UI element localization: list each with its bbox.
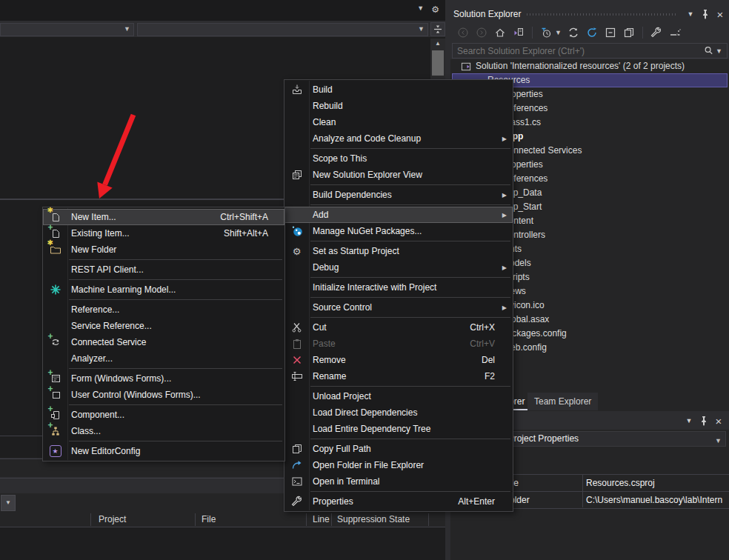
paste-icon <box>284 338 309 350</box>
sync-with-active-document-icon[interactable] <box>567 26 580 39</box>
menu-item-add[interactable]: Add▶ <box>284 207 513 223</box>
menu-item-load-direct-dependencies[interactable]: Load Direct Dependencies <box>284 404 513 421</box>
column-header-line[interactable]: Line <box>313 514 330 524</box>
add-plus-icon: + <box>48 384 53 393</box>
column-header-file[interactable]: File <box>202 514 216 524</box>
new-sparkle-icon: ✱ <box>47 239 53 247</box>
column-separator[interactable] <box>306 513 307 526</box>
search-options-chevron-icon[interactable]: ▼ <box>716 47 722 55</box>
menu-item-form-windows-forms[interactable]: + Form (Windows Forms)... <box>43 370 284 387</box>
menu-item-class[interactable]: + Class... <box>43 423 284 439</box>
add-submenu: ✱ New Item...Ctrl+Shift+A + Existing Ite… <box>42 207 285 461</box>
ml-model-icon <box>43 284 67 296</box>
column-separator[interactable] <box>90 513 91 526</box>
tab-team-explorer[interactable]: Team Explorer <box>527 393 598 410</box>
new-folder-icon: ✱ <box>43 244 67 256</box>
menu-item-source-control[interactable]: Source Control▶ <box>284 299 513 316</box>
chevron-down-icon: ▼ <box>418 25 425 33</box>
nav-project-dropdown[interactable]: ▼ <box>0 23 134 36</box>
column-separator[interactable] <box>331 513 332 526</box>
column-header-project[interactable]: Project <box>99 514 126 524</box>
close-icon[interactable]: × <box>714 8 726 20</box>
forward-icon[interactable] <box>475 26 488 39</box>
submenu-arrow-icon: ▶ <box>502 304 507 311</box>
menu-item-build-dependencies[interactable]: Build Dependencies▶ <box>284 187 513 203</box>
column-header-suppression-state[interactable]: Suppression State <box>337 514 410 524</box>
align-icon[interactable] <box>668 26 682 39</box>
menu-item-user-control-windows-forms[interactable]: + User Control (Windows Forms)... <box>43 387 284 403</box>
menu-item-rebuild[interactable]: Rebuild <box>284 98 513 114</box>
menu-item-properties[interactable]: PropertiesAlt+Enter <box>284 493 513 510</box>
pin-icon[interactable] <box>698 415 710 427</box>
nav-member-dropdown[interactable]: ▼ <box>137 23 428 36</box>
window-position-chevron-icon[interactable]: ▼ <box>683 415 695 427</box>
menu-item-scope-to-this[interactable]: Scope to This <box>284 150 513 167</box>
menu-item-set-as-startup-project[interactable]: ⚙ Set as Startup Project <box>284 243 513 259</box>
tree-item-solution[interactable]: Solution 'Internationalized resources' (… <box>450 59 729 73</box>
nuget-icon <box>284 225 309 237</box>
menu-item-debug[interactable]: Debug▶ <box>284 259 513 276</box>
menu-item-rest-api-client[interactable]: REST API Client... <box>43 261 284 278</box>
project-context-menu: Build Rebuild Clean Analyze and Code Cle… <box>284 79 513 512</box>
submenu-arrow-icon: ▶ <box>502 136 507 142</box>
menu-item-existing-item[interactable]: + Existing Item...Shift+Alt+A <box>43 225 284 241</box>
solution-explorer-toolbar: ▼ <box>456 24 682 41</box>
menu-item-machine-learning-model[interactable]: Machine Learning Model... <box>43 281 284 298</box>
menu-item-new-item[interactable]: ✱ New Item...Ctrl+Shift+A <box>43 209 284 225</box>
menu-separator <box>310 277 510 278</box>
menu-item-paste[interactable]: PasteCtrl+V <box>284 336 513 352</box>
split-editor-button[interactable] <box>430 22 445 36</box>
menu-item-clean[interactable]: Clean <box>284 114 513 130</box>
toolbar-separator <box>532 27 533 39</box>
startup-project-icon: ⚙ <box>284 246 309 257</box>
menu-item-build[interactable]: Build <box>284 81 513 98</box>
menu-item-new-editorconfig[interactable]: ★ New EditorConfig <box>43 443 284 459</box>
menu-item-analyzer[interactable]: Analyzer... <box>43 350 284 367</box>
rename-icon <box>284 370 309 382</box>
menu-item-open-in-terminal[interactable]: Open in Terminal <box>284 473 513 490</box>
window-position-chevron-icon[interactable]: ▼ <box>685 8 696 20</box>
scrollbar-up-arrow-icon[interactable]: ▲ <box>430 39 445 48</box>
column-separator[interactable] <box>195 513 196 526</box>
collapse-all-icon[interactable] <box>604 26 617 39</box>
home-icon[interactable] <box>493 26 507 39</box>
menu-item-reference[interactable]: Reference... <box>43 301 284 318</box>
pin-icon[interactable] <box>699 8 711 20</box>
menu-item-remove[interactable]: RemoveDel <box>284 352 513 368</box>
menu-item-new-folder[interactable]: ✱ New Folder <box>43 241 284 258</box>
menu-separator <box>69 441 282 441</box>
preview-selected-items-icon[interactable] <box>622 26 636 39</box>
menu-item-copy-full-path[interactable]: Copy Full Path <box>284 441 513 457</box>
refresh-icon[interactable] <box>585 26 599 39</box>
error-list-body[interactable] <box>0 527 445 560</box>
switch-views-icon[interactable] <box>512 26 525 39</box>
menu-item-analyze-and-code-cleanup[interactable]: Analyze and Code Cleanup▶ <box>284 130 513 147</box>
new-solution-explorer-view-icon <box>284 169 309 181</box>
menu-item-service-reference[interactable]: Service Reference... <box>43 318 284 334</box>
close-icon[interactable]: × <box>713 415 725 427</box>
menu-item-unload-project[interactable]: Unload Project <box>284 388 513 404</box>
menu-item-manage-nuget-packages[interactable]: Manage NuGet Packages... <box>284 223 513 239</box>
menu-item-component[interactable]: + Component... <box>43 407 284 423</box>
search-icon[interactable] <box>703 45 714 56</box>
back-icon[interactable] <box>456 26 470 39</box>
search-input[interactable] <box>453 46 703 56</box>
menu-item-load-entire-dependency-tree[interactable]: Load Entire Dependency Tree <box>284 421 513 437</box>
toolbar-gear-icon[interactable]: ⚙ <box>431 4 439 15</box>
menu-item-open-folder-in-file-explorer[interactable]: Open Folder in File Explorer <box>284 457 513 473</box>
menu-item-cut[interactable]: CutCtrl+X <box>284 319 513 336</box>
property-value: C:\Users\manuel.bascoy\lab\Intern <box>586 492 729 508</box>
pending-changes-filter-icon[interactable] <box>539 26 553 39</box>
column-separator[interactable] <box>428 513 429 526</box>
menu-item-connected-service[interactable]: + Connected Service <box>43 334 284 350</box>
toolbar-overflow-chevron-icon[interactable]: ▼ <box>417 4 424 15</box>
menu-item-rename[interactable]: RenameF2 <box>284 368 513 384</box>
scrollbar-thumb[interactable] <box>432 50 444 76</box>
error-list-dropdown[interactable]: ▼ <box>1 495 16 511</box>
menu-item-initialize-interactive-with-project[interactable]: Initialize Interactive with Project <box>284 279 513 296</box>
grid-splitter[interactable] <box>582 474 583 507</box>
submenu-arrow-icon: ▶ <box>502 264 507 271</box>
filter-dropdown-chevron-icon[interactable]: ▼ <box>555 29 562 36</box>
menu-item-new-solution-explorer-view[interactable]: New Solution Explorer View <box>284 167 513 183</box>
properties-wrench-icon[interactable] <box>650 26 663 39</box>
